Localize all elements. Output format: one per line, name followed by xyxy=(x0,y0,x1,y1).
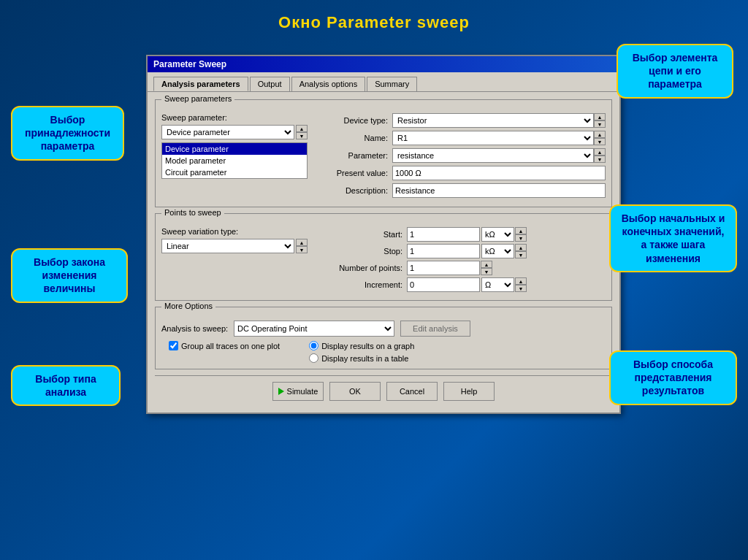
analysis-to-sweep-row: Analysis to sweep: DC Operating Point AC… xyxy=(161,321,606,337)
name-select-wrapper: R1 ▲ ▼ xyxy=(392,131,606,145)
variation-type-spinner[interactable]: ▲ ▼ xyxy=(296,239,308,253)
description-label: Description: xyxy=(315,186,388,195)
start-row: Start: kΩ Ω MΩ ▲ ▼ xyxy=(315,227,606,242)
start-input[interactable] xyxy=(407,227,480,242)
device-type-select[interactable]: Resistor xyxy=(392,113,594,128)
display-graph-row: Display results on a graph xyxy=(309,341,414,350)
bottom-buttons: Simulate OK Cancel Help xyxy=(155,375,612,405)
tabs-bar: Analysis parameters Output Analysis opti… xyxy=(148,72,619,92)
parameter-select[interactable]: resistance xyxy=(392,148,594,163)
device-spin-down[interactable]: ▼ xyxy=(594,120,606,128)
bubble-left-mid: Выбор закона изменения величины xyxy=(11,248,128,303)
points-to-sweep-title: Points to sweep xyxy=(161,208,224,217)
more-options-group: More Options Analysis to sweep: DC Opera… xyxy=(155,307,612,369)
var-spin-up[interactable]: ▲ xyxy=(296,239,308,246)
stop-spin-up[interactable]: ▲ xyxy=(515,244,527,251)
param-spin-up[interactable]: ▲ xyxy=(594,148,606,156)
page-title: Окно Parameter sweep xyxy=(0,0,748,39)
start-spin-down[interactable]: ▼ xyxy=(515,234,527,242)
name-spin-up[interactable]: ▲ xyxy=(594,131,606,138)
tab-analysis-parameters[interactable]: Analysis parameters xyxy=(153,77,248,91)
bubble-left-top: Выбор принадлежности параметра xyxy=(11,106,124,161)
more-options-title: More Options xyxy=(161,302,215,310)
dialog-body: Sweep parameters Sweep parameter: Device… xyxy=(148,92,619,413)
tab-analysis-options[interactable]: Analysis options xyxy=(291,77,366,91)
start-spin-up[interactable]: ▲ xyxy=(515,227,527,234)
sweep-parameter-spinner[interactable]: ▲ ▼ xyxy=(296,125,308,139)
device-type-spinner[interactable]: ▲ ▼ xyxy=(594,113,606,128)
tab-output[interactable]: Output xyxy=(250,77,290,91)
num-points-label: Number of points: xyxy=(315,264,402,272)
dropdown-item-circuit[interactable]: Circuit parameter xyxy=(162,166,307,178)
parameter-select-wrapper: resistance ▲ ▼ xyxy=(392,148,606,163)
device-type-label: Device type: xyxy=(315,116,388,125)
description-row: Description: xyxy=(315,183,606,198)
stop-spin-down[interactable]: ▼ xyxy=(515,251,527,258)
simulate-button[interactable]: Simulate xyxy=(272,382,324,401)
display-table-label: Display results in a table xyxy=(321,354,408,363)
present-value-row: Present value: xyxy=(315,166,606,180)
analysis-to-sweep-select[interactable]: DC Operating Point AC Sweep Transient xyxy=(234,321,394,337)
variation-type-label-row: Sweep variation type: xyxy=(161,227,308,236)
display-graph-label: Display results on a graph xyxy=(321,342,414,350)
sweep-parameter-row: Sweep parameter: xyxy=(161,113,308,122)
dropdown-item-model[interactable]: Model parameter xyxy=(162,155,307,166)
bubble-mid-right: Выбор начальных и конечных значений, а т… xyxy=(609,204,737,272)
tab-summary[interactable]: Summary xyxy=(367,77,417,91)
name-row: Name: R1 ▲ ▼ xyxy=(315,131,606,145)
increment-label: Increment: xyxy=(315,280,402,289)
sweep-parameter-dropdown: Device parameter Model parameter Circuit… xyxy=(161,142,308,179)
analysis-to-sweep-label: Analysis to sweep: xyxy=(161,324,228,333)
param-spin-down[interactable]: ▼ xyxy=(594,156,606,163)
display-results-group: Display results on a graph Display resul… xyxy=(309,341,414,363)
points-to-sweep-group: Points to sweep Sweep variation type: Li… xyxy=(155,213,612,301)
stop-input[interactable] xyxy=(407,244,480,258)
device-spin-up[interactable]: ▲ xyxy=(594,113,606,120)
display-graph-radio[interactable] xyxy=(309,341,318,350)
sweep-parameter-select[interactable]: Device parameter Model parameter Circuit… xyxy=(161,125,294,139)
increment-input[interactable] xyxy=(407,277,480,292)
display-table-radio[interactable] xyxy=(309,353,318,363)
variation-type-select[interactable]: Linear Decade Octave List xyxy=(161,239,294,253)
description-input[interactable] xyxy=(392,183,606,198)
cancel-button[interactable]: Cancel xyxy=(386,382,438,401)
increment-row: Increment: Ω kΩ ▲ ▼ xyxy=(315,277,606,292)
help-button[interactable]: Help xyxy=(443,382,495,401)
spin-up[interactable]: ▲ xyxy=(296,125,308,132)
bubble-right-bottom: Выбор способа представления результатов xyxy=(609,350,737,405)
present-value-input[interactable] xyxy=(392,166,606,180)
name-spin-down[interactable]: ▼ xyxy=(594,138,606,145)
device-type-select-wrapper: Resistor ▲ ▼ xyxy=(392,113,606,128)
spin-down[interactable]: ▼ xyxy=(296,132,308,139)
inc-spin-up[interactable]: ▲ xyxy=(515,277,527,285)
name-label: Name: xyxy=(315,134,388,142)
num-spin-down[interactable]: ▼ xyxy=(481,268,492,275)
start-unit-select[interactable]: kΩ Ω MΩ xyxy=(481,227,514,242)
group-traces-row: Group all traces on one plot xyxy=(169,341,280,350)
checkbox-area: Group all traces on one plot xyxy=(169,341,280,355)
dialog-window: Parameter Sweep Analysis parameters Outp… xyxy=(146,55,621,414)
dialog-titlebar: Parameter Sweep xyxy=(148,56,619,72)
parameter-spinner[interactable]: ▲ ▼ xyxy=(594,148,606,163)
stop-spinner[interactable]: ▲ ▼ xyxy=(515,244,527,258)
dropdown-item-device[interactable]: Device parameter xyxy=(162,143,307,155)
device-type-row: Device type: Resistor ▲ ▼ xyxy=(315,113,606,128)
increment-spinner[interactable]: ▲ ▼ xyxy=(515,277,527,292)
name-select[interactable]: R1 xyxy=(392,131,594,145)
sweep-parameter-label: Sweep parameter: xyxy=(161,113,227,122)
name-spinner[interactable]: ▲ ▼ xyxy=(594,131,606,145)
inc-spin-down[interactable]: ▼ xyxy=(515,285,527,292)
group-traces-checkbox[interactable] xyxy=(169,341,178,350)
ok-button[interactable]: OK xyxy=(329,382,381,401)
simulate-label: Simulate xyxy=(287,387,318,396)
num-points-spinner[interactable]: ▲ ▼ xyxy=(481,261,492,275)
num-points-input[interactable] xyxy=(407,261,480,275)
increment-unit-select[interactable]: Ω kΩ xyxy=(481,277,514,292)
num-spin-up[interactable]: ▲ xyxy=(481,261,492,268)
group-traces-label: Group all traces on one plot xyxy=(181,342,280,350)
start-label: Start: xyxy=(315,230,402,239)
var-spin-down[interactable]: ▼ xyxy=(296,246,308,253)
start-spinner[interactable]: ▲ ▼ xyxy=(515,227,527,242)
stop-unit-select[interactable]: kΩ Ω MΩ xyxy=(481,244,514,258)
edit-analysis-button[interactable]: Edit analysis xyxy=(400,321,470,337)
